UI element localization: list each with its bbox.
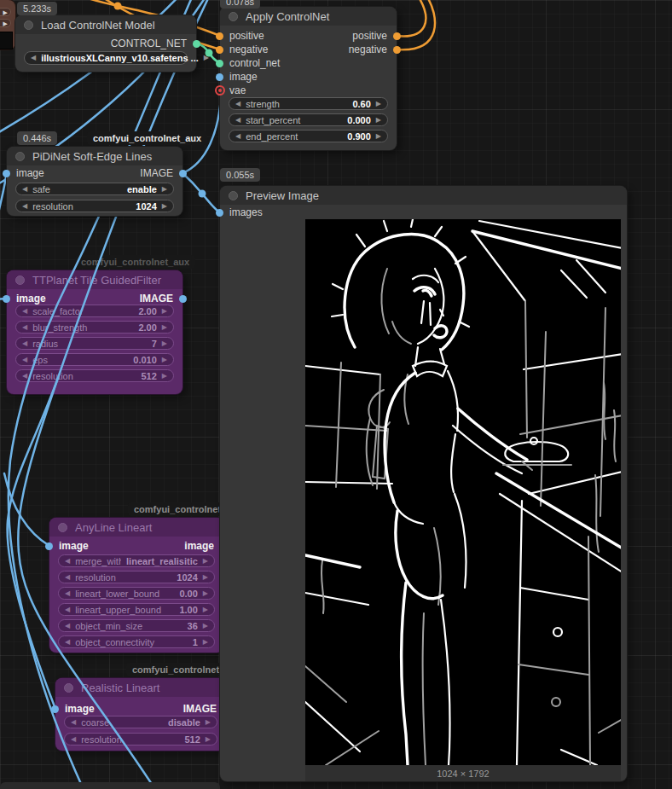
node-apply-controlnet[interactable]: Apply ControlNet positive negative contr… [220, 7, 397, 150]
node-title-bar[interactable]: Preview Image [220, 186, 627, 205]
widget-lineart-upper-bound[interactable]: ◀lineart_upper_bound1.00▶ [58, 603, 215, 616]
widget-resolution[interactable]: ◀resolution512▶ [64, 733, 217, 745]
decrement-arrow-icon[interactable]: ◀ [65, 606, 70, 613]
input-port-image[interactable] [51, 705, 59, 713]
widget-mini[interactable]: ▶ [0, 19, 11, 27]
decrement-arrow-icon[interactable]: ◀ [22, 357, 27, 363]
widget-resolution[interactable]: ◀resolution512▶ [15, 369, 174, 382]
increment-arrow-icon[interactable]: ▶ [3, 9, 8, 15]
increment-arrow-icon[interactable]: ▶ [376, 133, 381, 140]
prev-option-arrow-icon[interactable]: ◀ [31, 55, 36, 61]
output-port-image[interactable] [179, 295, 187, 303]
node-fragment-left-edge[interactable]: ▶ ▶ [0, 0, 15, 49]
node-title-bar[interactable]: AnyLine Lineart [49, 518, 223, 537]
increment-arrow-icon[interactable]: ▶ [162, 324, 167, 331]
widget-resolution[interactable]: ◀resolution1024▶ [58, 571, 215, 583]
increment-arrow-icon[interactable]: ▶ [203, 606, 208, 613]
decrement-arrow-icon[interactable]: ◀ [235, 101, 240, 107]
output-port-negative[interactable] [393, 46, 401, 54]
collapse-dot-icon[interactable] [15, 276, 25, 285]
decrement-arrow-icon[interactable]: ◀ [65, 639, 70, 646]
output-port-positive[interactable] [393, 32, 401, 40]
decrement-arrow-icon[interactable]: ◀ [22, 373, 27, 380]
increment-arrow-icon[interactable]: ▶ [3, 20, 8, 26]
increment-arrow-icon[interactable]: ▶ [206, 736, 211, 743]
node-fragment-bottom-edge[interactable] [0, 782, 220, 789]
node-preview-image[interactable]: Preview Image images [220, 186, 627, 781]
widget-scale-factor[interactable]: ◀scale_factor2.00▶ [15, 305, 174, 317]
output-port-control-net[interactable] [193, 40, 200, 48]
decrement-arrow-icon[interactable]: ◀ [65, 558, 70, 565]
decrement-arrow-icon[interactable]: ◀ [65, 574, 70, 581]
node-pidinet-soft-edge-lines[interactable]: PiDiNet Soft-Edge Lines image IMAGE ◀saf… [7, 147, 182, 216]
node-title-bar[interactable]: Realistic Lineart [55, 678, 226, 697]
node-load-controlnet-model[interactable]: Load ControlNet Model CONTROL_NET ◀ illu… [15, 15, 196, 72]
collapse-dot-icon[interactable] [229, 12, 238, 21]
decrement-arrow-icon[interactable]: ◀ [22, 186, 27, 193]
node-title-bar[interactable]: TTPlanet Tile GuidedFilter [7, 270, 182, 289]
increment-arrow-icon[interactable]: ▶ [206, 719, 211, 726]
node-realistic-lineart[interactable]: Realistic Lineart image IMAGE ◀coarsedis… [55, 678, 226, 751]
input-port-control-net[interactable] [216, 60, 223, 67]
increment-arrow-icon[interactable]: ▶ [162, 308, 167, 315]
input-port-vae-missing[interactable] [215, 85, 225, 96]
collapse-dot-icon[interactable] [229, 191, 238, 200]
decrement-arrow-icon[interactable]: ◀ [235, 133, 240, 140]
widget-blur-strength[interactable]: ◀blur_strength2.00▶ [15, 321, 174, 334]
decrement-arrow-icon[interactable]: ◀ [22, 324, 27, 331]
widget-lineart-lower-bound[interactable]: ◀lineart_lower_bound0.00▶ [58, 587, 215, 600]
increment-arrow-icon[interactable]: ▶ [162, 340, 167, 347]
input-port-image[interactable] [3, 295, 10, 303]
node-graph-canvas[interactable]: TTPlanet Tile GuidedFilter image IMAGE ◀… [0, 0, 672, 789]
widget-resolution[interactable]: ◀resolution1024▶ [15, 200, 174, 212]
node-title-bar[interactable]: Load ControlNet Model [15, 15, 196, 34]
collapse-dot-icon[interactable] [58, 523, 67, 532]
widget-coarse[interactable]: ◀coarsedisable▶ [64, 716, 217, 728]
widget-eps[interactable]: ◀eps0.010▶ [15, 353, 174, 366]
increment-arrow-icon[interactable]: ▶ [162, 357, 167, 363]
node-ttplanet-tile-guidedfilter[interactable]: TTPlanet Tile GuidedFilter image IMAGE ◀… [7, 270, 182, 394]
increment-arrow-icon[interactable]: ▶ [162, 373, 167, 380]
increment-arrow-icon[interactable]: ▶ [162, 203, 167, 210]
input-port-image[interactable] [45, 542, 53, 550]
widget-safe[interactable]: ◀safeenable▶ [15, 183, 174, 195]
increment-arrow-icon[interactable]: ▶ [376, 117, 381, 124]
decrement-arrow-icon[interactable]: ◀ [235, 117, 240, 124]
increment-arrow-icon[interactable]: ▶ [162, 186, 167, 193]
decrement-arrow-icon[interactable]: ◀ [71, 719, 76, 726]
widget-end-percent[interactable]: ◀end_percent0.900▶ [229, 130, 388, 142]
node-title-bar[interactable]: Apply ControlNet [220, 7, 397, 26]
widget-strength[interactable]: ◀strength0.60▶ [229, 97, 388, 110]
widget-merge-with-lineart[interactable]: ◀merge_with_lineartlineart_realisitic▶ [58, 554, 215, 567]
increment-arrow-icon[interactable]: ▶ [203, 574, 208, 581]
collapse-dot-icon[interactable] [64, 683, 73, 693]
increment-arrow-icon[interactable]: ▶ [203, 558, 208, 565]
node-anyline-lineart[interactable]: AnyLine Lineart image image ◀merge_with_… [49, 518, 223, 653]
input-port-images[interactable] [216, 209, 223, 217]
widget-object-connectivity[interactable]: ◀object_connectivity1▶ [58, 635, 215, 648]
widget-object-min-size[interactable]: ◀object_min_size36▶ [58, 619, 215, 632]
decrement-arrow-icon[interactable]: ◀ [22, 340, 27, 347]
decrement-arrow-icon[interactable]: ◀ [71, 736, 76, 743]
decrement-arrow-icon[interactable]: ◀ [22, 203, 27, 210]
input-port-image[interactable] [216, 73, 223, 81]
output-port-image[interactable] [179, 170, 187, 177]
next-option-arrow-icon[interactable]: ▶ [204, 55, 209, 61]
increment-arrow-icon[interactable]: ▶ [203, 590, 208, 597]
input-port-positive[interactable] [216, 32, 223, 40]
increment-arrow-icon[interactable]: ▶ [203, 639, 208, 646]
widget-start-percent[interactable]: ◀start_percent0.000▶ [229, 113, 388, 126]
node-title-bar[interactable]: PiDiNet Soft-Edge Lines [7, 147, 182, 165]
widget-mini[interactable]: ▶ [0, 8, 11, 16]
collapse-dot-icon[interactable] [15, 152, 25, 161]
input-port-negative[interactable] [216, 46, 223, 54]
controlnet-model-combo[interactable]: ◀ illustriousXLCanny_v10.safetens ... ▶ [24, 51, 188, 65]
decrement-arrow-icon[interactable]: ◀ [65, 590, 70, 597]
widget-radius[interactable]: ◀radius7▶ [15, 337, 174, 350]
input-port-image[interactable] [3, 170, 10, 177]
decrement-arrow-icon[interactable]: ◀ [22, 308, 27, 315]
decrement-arrow-icon[interactable]: ◀ [65, 623, 70, 629]
collapse-dot-icon[interactable] [24, 20, 33, 30]
increment-arrow-icon[interactable]: ▶ [376, 101, 381, 107]
increment-arrow-icon[interactable]: ▶ [203, 623, 208, 629]
